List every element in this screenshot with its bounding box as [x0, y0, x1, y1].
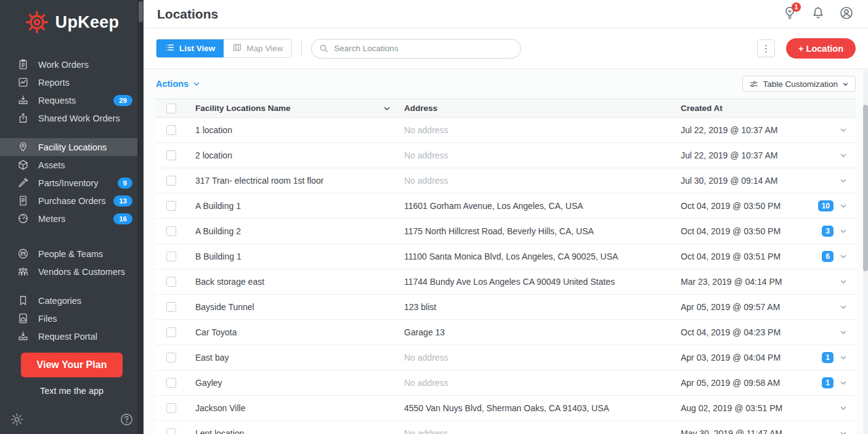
scrollbar-thumb[interactable] — [863, 105, 868, 271]
row-checkbox[interactable] — [166, 150, 176, 160]
row-checkbox[interactable] — [166, 277, 176, 287]
more-options-kebab-button[interactable]: ⋮ — [757, 39, 775, 57]
map-view-button[interactable]: Map View — [224, 39, 291, 57]
row-checkbox[interactable] — [166, 226, 176, 236]
profile-avatar-icon[interactable] — [838, 6, 854, 22]
column-header-address[interactable]: Address — [404, 104, 681, 113]
chevron-down-icon[interactable] — [840, 354, 847, 361]
column-header-name[interactable]: Facility Locations Name — [195, 104, 291, 113]
row-checkbox[interactable] — [166, 428, 176, 434]
cell-created-at: Apr 05, 2019 @ 09:58 AM — [681, 378, 811, 388]
notifications-bell-icon[interactable] — [810, 6, 826, 22]
chevron-down-icon[interactable] — [840, 126, 847, 134]
row-checkbox[interactable] — [166, 378, 176, 388]
brand-name: UpKeep — [55, 13, 120, 32]
table-row[interactable]: Back storage east 11744 Bundy Ave Los An… — [156, 269, 856, 295]
table-row[interactable]: Lent location No address May 30, 2019 @ … — [156, 421, 856, 434]
sort-chevron-icon[interactable] — [383, 105, 391, 112]
chevron-down-icon[interactable] — [840, 278, 847, 285]
sidebar-item-request-portal[interactable]: Request Portal — [0, 327, 144, 345]
chevron-down-icon[interactable] — [840, 152, 847, 159]
chevron-down-icon[interactable] — [840, 404, 847, 412]
count-badge: 29 — [113, 95, 132, 106]
table-row[interactable]: 317 Tran- electrical room 1st floor No a… — [156, 168, 856, 194]
sidebar-nav: Work Orders Reports Requests 29 Shared W… — [0, 44, 144, 353]
table-row[interactable]: A Building 1 11601 Gorham Avenue, Los An… — [156, 194, 856, 219]
sidebar-item-shared-work-orders[interactable]: Shared Work Orders — [0, 109, 144, 127]
sidebar-item-purchase-orders[interactable]: Purchase Orders 13 — [0, 192, 144, 210]
chevron-down-icon[interactable] — [840, 303, 847, 311]
chevron-down-icon[interactable] — [840, 329, 847, 336]
table-row[interactable]: East bay No address Apr 03, 2019 @ 04:04… — [156, 345, 856, 371]
portal-icon — [17, 330, 29, 342]
work-order-count-badge: 1 — [822, 352, 834, 363]
work-order-count-badge: 3 — [822, 226, 834, 237]
table-row[interactable]: Gayley No address Apr 05, 2019 @ 09:58 A… — [156, 371, 856, 396]
sidebar-item-work-orders[interactable]: Work Orders — [0, 55, 144, 73]
cell-created-at: Aug 02, 2019 @ 03:51 PM — [681, 403, 811, 413]
table-row[interactable]: Bayside Tunnel 123 blist Apr 05, 2019 @ … — [156, 295, 856, 320]
chevron-down-icon[interactable] — [840, 379, 847, 387]
sidebar-item-meters[interactable]: Meters 16 — [0, 210, 144, 227]
actions-dropdown[interactable]: Actions — [156, 79, 200, 89]
cell-address: 11100 Santa Monica Blvd, Los Angeles, CA… — [404, 252, 681, 261]
sidebar-item-requests[interactable]: Requests 29 — [0, 91, 144, 109]
cell-address: No address — [404, 428, 681, 434]
sidebar-scrollbar[interactable] — [137, 0, 144, 434]
row-checkbox[interactable] — [166, 353, 176, 362]
table-row[interactable]: 1 location No address Jul 22, 2019 @ 10:… — [156, 118, 856, 143]
sidebar-item-people-teams[interactable]: People & Teams — [0, 245, 144, 263]
chevron-down-icon[interactable] — [840, 177, 847, 184]
table-customization-button[interactable]: Table Customization — [742, 76, 856, 92]
settings-gear-icon[interactable] — [10, 412, 24, 429]
cell-created-at: Mar 23, 2019 @ 04:14 PM — [681, 277, 811, 287]
main-scrollbar[interactable] — [863, 70, 868, 434]
sidebar-item-reports[interactable]: Reports — [0, 73, 144, 91]
cell-created-at: Oct 04, 2019 @ 03:50 PM — [681, 226, 811, 236]
text-me-the-app-link[interactable]: Text me the app — [0, 386, 144, 396]
sidebar-item-vendors-customers[interactable]: Vendors & Customers — [0, 263, 144, 280]
row-checkbox[interactable] — [166, 302, 176, 312]
chevron-down-icon[interactable] — [840, 227, 847, 235]
sidebar-item-categories[interactable]: Categories — [0, 292, 144, 309]
people-icon — [17, 248, 29, 260]
table-row[interactable]: 2 location No address Jul 22, 2019 @ 10:… — [156, 143, 856, 168]
row-checkbox[interactable] — [166, 176, 176, 186]
search-icon — [318, 43, 329, 56]
row-checkbox[interactable] — [166, 252, 176, 261]
row-checkbox[interactable] — [166, 403, 176, 413]
chevron-down-icon[interactable] — [840, 430, 847, 434]
add-location-button[interactable]: + Location — [786, 38, 856, 59]
sidebar-item-parts-inventory[interactable]: Parts/Inventory 9 — [0, 174, 144, 192]
table-row[interactable]: A Building 2 1175 North Hillcrest Road, … — [156, 219, 856, 244]
search-input[interactable] — [311, 39, 521, 59]
column-header-created-at[interactable]: Created At — [681, 104, 811, 113]
chevron-down-icon[interactable] — [840, 253, 847, 260]
count-badge: 16 — [113, 213, 132, 224]
table-row[interactable]: Jackson Ville 4550 Van Nuys Blvd, Sherma… — [156, 396, 856, 421]
sidebar-item-files[interactable]: Files — [0, 309, 144, 327]
cell-address: No address — [404, 353, 681, 362]
bell-icon — [811, 6, 825, 23]
upkeep-logo[interactable]: UpKeep — [0, 0, 144, 44]
chevron-down-icon[interactable] — [840, 202, 847, 210]
help-icon[interactable] — [120, 412, 134, 429]
table-row[interactable]: Car Toyota Garage 13 Oct 04, 2019 @ 04:2… — [156, 320, 856, 345]
cell-address: 11744 Bundy Ave Los Angeles CA 90049 Uni… — [404, 277, 681, 287]
sliders-icon — [749, 80, 758, 89]
sidebar-item-facility-locations[interactable]: Facility Locations — [0, 138, 144, 156]
work-order-count-badge: 1 — [822, 377, 834, 388]
table-row[interactable]: B Building 1 11100 Santa Monica Blvd, Lo… — [156, 244, 856, 269]
row-checkbox[interactable] — [166, 327, 176, 337]
view-your-plan-button[interactable]: View Your Plan — [21, 353, 123, 377]
cell-location-name: B Building 1 — [195, 252, 404, 261]
clipboard-icon — [17, 59, 29, 70]
list-icon — [165, 43, 175, 54]
row-checkbox[interactable] — [166, 125, 176, 135]
cell-address: No address — [404, 378, 681, 388]
list-view-button[interactable]: List View — [156, 39, 224, 57]
whats-new-lightbulb-icon[interactable]: 1 — [782, 6, 798, 22]
sidebar-item-assets[interactable]: Assets — [0, 156, 144, 174]
row-checkbox[interactable] — [166, 201, 176, 211]
select-all-checkbox[interactable] — [166, 104, 176, 113]
